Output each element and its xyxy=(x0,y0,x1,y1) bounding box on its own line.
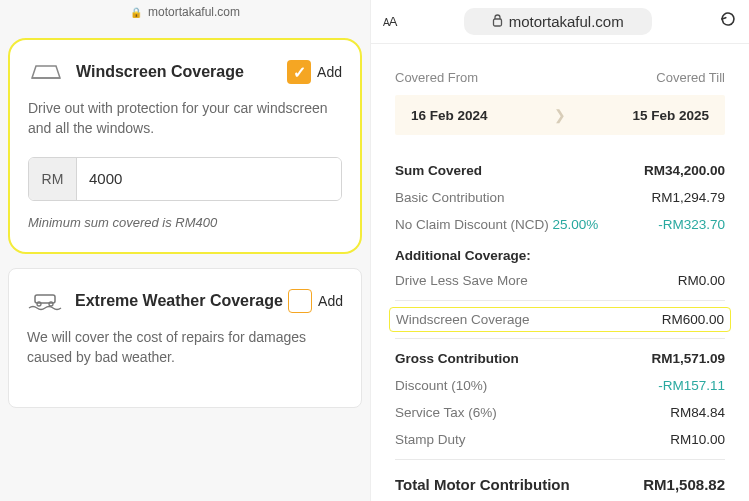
windscreen-icon xyxy=(28,60,64,84)
ncd-row: No Claim Discount (NCD) 25.00% -RM323.70 xyxy=(395,211,725,238)
additional-coverage-head: Additional Coverage: xyxy=(395,248,725,263)
row-label: Windscreen Coverage xyxy=(396,312,530,327)
lock-icon: 🔒 xyxy=(130,7,142,18)
covered-from-label: Covered From xyxy=(395,70,478,85)
chevron-right-icon: ❯ xyxy=(554,107,566,123)
row-label: Stamp Duty xyxy=(395,432,466,447)
svg-rect-4 xyxy=(493,19,501,26)
flood-car-icon xyxy=(27,289,63,313)
amount-input[interactable] xyxy=(77,158,341,200)
row-label: Sum Covered xyxy=(395,163,482,178)
coverage-dates[interactable]: 16 Feb 2024 ❯ 15 Feb 2025 xyxy=(395,95,725,135)
row-value: RM34,200.00 xyxy=(644,163,725,178)
refresh-button[interactable] xyxy=(719,10,737,33)
add-toggle[interactable]: Add xyxy=(287,60,342,84)
row-value: RM0.00 xyxy=(678,273,725,288)
text-size-button[interactable]: AA xyxy=(383,14,396,29)
browser-bar: AA motortakaful.com xyxy=(371,0,749,44)
row-value: -RM323.70 xyxy=(658,217,725,232)
url-pill[interactable]: motortakaful.com xyxy=(464,8,652,35)
row-label: Basic Contribution xyxy=(395,190,505,205)
weather-card: Extreme Weather Coverage Add We will cov… xyxy=(8,268,362,409)
add-toggle[interactable]: Add xyxy=(288,289,343,313)
divider xyxy=(395,338,725,339)
row-value: RM84.84 xyxy=(670,405,725,420)
address-bar-left: 🔒 motortakaful.com xyxy=(8,0,362,24)
summary-section: Covered From Covered Till 16 Feb 2024 ❯ … xyxy=(371,44,749,493)
card-title: Extreme Weather Coverage xyxy=(75,292,283,310)
row-value: RM600.00 xyxy=(662,312,724,327)
till-date: 15 Feb 2025 xyxy=(632,108,709,123)
row-value: -RM157.11 xyxy=(658,378,725,393)
row-label: No Claim Discount (NCD) 25.00% xyxy=(395,217,598,232)
url-domain: motortakaful.com xyxy=(509,13,624,30)
right-panel: AA motortakaful.com Covered From Covered… xyxy=(370,0,749,501)
add-label: Add xyxy=(318,293,343,309)
row-label: Service Tax (6%) xyxy=(395,405,497,420)
card-description: We will cover the cost of repairs for da… xyxy=(27,327,343,368)
card-title: Windscreen Coverage xyxy=(76,63,244,81)
card-header: Extreme Weather Coverage Add xyxy=(27,289,343,313)
sum-covered-row: Sum Covered RM34,200.00 xyxy=(395,157,725,184)
divider xyxy=(395,459,725,460)
row-label: Drive Less Save More xyxy=(395,273,528,288)
row-label: Discount (10%) xyxy=(395,378,487,393)
card-header: Windscreen Coverage Add xyxy=(28,60,342,84)
row-label: Total Motor Contribution xyxy=(395,476,570,493)
row-label: Gross Contribution xyxy=(395,351,519,366)
drive-less-row: Drive Less Save More RM0.00 xyxy=(395,267,725,294)
basic-contribution-row: Basic Contribution RM1,294.79 xyxy=(395,184,725,211)
svg-point-3 xyxy=(49,302,53,306)
row-value: RM1,508.82 xyxy=(643,476,725,493)
card-description: Drive out with protection for your car w… xyxy=(28,98,342,139)
lock-icon xyxy=(492,13,503,30)
gross-contribution-row: Gross Contribution RM1,571.09 xyxy=(395,345,725,372)
checkbox-unchecked-icon[interactable] xyxy=(288,289,312,313)
add-label: Add xyxy=(317,64,342,80)
total-row: Total Motor Contribution RM1,508.82 xyxy=(395,466,725,493)
row-value: RM1,294.79 xyxy=(651,190,725,205)
discount-row: Discount (10%) -RM157.11 xyxy=(395,372,725,399)
amount-input-group: RM xyxy=(28,157,342,201)
coverage-labels: Covered From Covered Till xyxy=(395,70,725,85)
currency-prefix: RM xyxy=(29,158,77,200)
covered-till-label: Covered Till xyxy=(656,70,725,85)
left-panel: 🔒 motortakaful.com Windscreen Coverage A… xyxy=(0,0,370,501)
windscreen-coverage-row: Windscreen Coverage RM600.00 xyxy=(389,307,731,332)
windscreen-card: Windscreen Coverage Add Drive out with p… xyxy=(8,38,362,254)
checkbox-checked-icon[interactable] xyxy=(287,60,311,84)
minimum-note: Minimum sum covered is RM400 xyxy=(28,215,342,230)
service-tax-row: Service Tax (6%) RM84.84 xyxy=(395,399,725,426)
svg-point-2 xyxy=(37,302,41,306)
row-value: RM10.00 xyxy=(670,432,725,447)
from-date: 16 Feb 2024 xyxy=(411,108,488,123)
divider xyxy=(395,300,725,301)
address-domain: motortakaful.com xyxy=(148,5,240,19)
row-value: RM1,571.09 xyxy=(651,351,725,366)
stamp-duty-row: Stamp Duty RM10.00 xyxy=(395,426,725,453)
